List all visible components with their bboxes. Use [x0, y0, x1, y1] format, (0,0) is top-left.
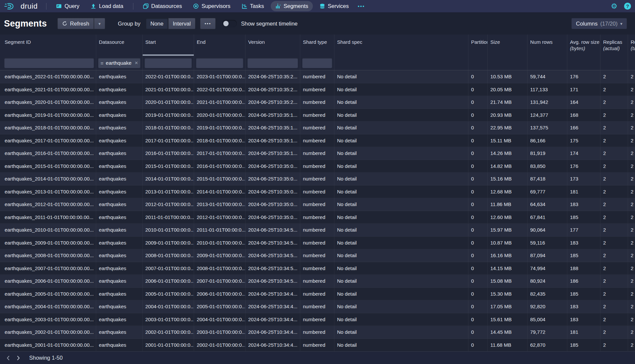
- table-row[interactable]: earthquakes_2014-01-01T00:00:00.00...ear…: [0, 173, 635, 185]
- remove-filter-icon[interactable]: ×: [135, 60, 138, 66]
- column-header-segment_id[interactable]: Segment ID: [0, 35, 96, 56]
- segments-table: Segment IDDatasourceStartEndVersionShard…: [0, 35, 635, 351]
- table-row[interactable]: earthquakes_2006-01-01T00:00:00.00...ear…: [0, 275, 635, 288]
- cell-replicas: 2: [600, 300, 628, 313]
- segment-timeline-toggle[interactable]: [222, 20, 237, 27]
- group-by-option-none[interactable]: None: [146, 18, 168, 29]
- refresh-button[interactable]: Refresh: [57, 18, 94, 29]
- cell-replication_factor: 2: [628, 237, 635, 249]
- table-row[interactable]: earthquakes_2008-01-01T00:00:00.00...ear…: [0, 249, 635, 262]
- filter-cell-partition: [468, 56, 488, 70]
- table-row[interactable]: earthquakes_2020-01-01T00:00:00.00...ear…: [0, 96, 635, 109]
- cell-shard_type: numbered: [300, 224, 334, 236]
- column-header-start[interactable]: Start: [143, 35, 194, 56]
- main-nav: QueryLoad dataDatasourcesSupervisorsTask…: [42, 1, 354, 11]
- columns-button[interactable]: Columns (17/20) ▾: [571, 18, 627, 29]
- filter-input-end[interactable]: [196, 58, 243, 68]
- cell-size: 21.74 MB: [488, 96, 528, 109]
- cell-start: 2001-01-01T00:00:0...: [143, 339, 194, 351]
- table-row[interactable]: earthquakes_2018-01-01T00:00:00.00...ear…: [0, 121, 635, 134]
- cell-shard_spec: No detail: [334, 83, 468, 96]
- cell-avg_row_size: 166: [567, 121, 600, 134]
- cell-replicas: 2: [600, 96, 628, 109]
- nav-more-button[interactable]: •••: [354, 1, 368, 11]
- druid-logo[interactable]: druid: [4, 2, 37, 11]
- table-row[interactable]: earthquakes_2015-01-01T00:00:00.00...ear…: [0, 160, 635, 173]
- toggle-knob: [223, 21, 229, 26]
- table-row[interactable]: earthquakes_2016-01-01T00:00:00.00...ear…: [0, 147, 635, 160]
- help-icon[interactable]: ?: [624, 3, 631, 10]
- table-row[interactable]: earthquakes_2010-01-01T00:00:00.00...ear…: [0, 224, 635, 237]
- table-row[interactable]: earthquakes_2001-01-01T00:00:00.00...ear…: [0, 339, 635, 352]
- filter-input-shard_type[interactable]: [302, 58, 332, 68]
- datasource-filter-chip[interactable]: =earthquake×: [98, 58, 140, 68]
- column-header-partition[interactable]: Partition: [468, 35, 488, 56]
- table-row[interactable]: earthquakes_2013-01-01T00:00:00.00...ear…: [0, 185, 635, 198]
- refresh-dropdown-button[interactable]: ▾: [94, 18, 106, 29]
- column-header-size[interactable]: Size: [488, 35, 528, 56]
- filter-input-segment_id[interactable]: [4, 58, 94, 68]
- nav-item-tasks[interactable]: Tasks: [237, 1, 269, 11]
- nav-item-label: Query: [64, 3, 79, 9]
- cell-partition: 0: [468, 211, 488, 224]
- table-row[interactable]: earthquakes_2012-01-01T00:00:00.00...ear…: [0, 198, 635, 211]
- cell-end: 2009-01-01T00:00:0...: [194, 249, 246, 262]
- table-row[interactable]: earthquakes_2007-01-01T00:00:00.00...ear…: [0, 262, 635, 275]
- nav-item-services[interactable]: Services: [315, 1, 353, 11]
- cell-size: 11.68 MB: [488, 339, 528, 351]
- table-row[interactable]: earthquakes_2019-01-01T00:00:00.00...ear…: [0, 109, 635, 122]
- cell-shard_spec: No detail: [334, 109, 468, 121]
- more-options-button[interactable]: •••: [200, 18, 216, 29]
- cell-partition: 0: [468, 300, 488, 313]
- druid-logo-icon: [4, 2, 18, 11]
- column-header-shard_spec[interactable]: Shard spec: [334, 35, 468, 56]
- column-header-datasource[interactable]: Datasource: [96, 35, 143, 56]
- cell-datasource: earthquakes: [96, 211, 143, 224]
- cell-replication_factor: 2: [628, 211, 635, 224]
- table-row[interactable]: earthquakes_2022-01-01T00:00:00.00...ear…: [0, 70, 635, 83]
- table-row[interactable]: earthquakes_2005-01-01T00:00:00.00...ear…: [0, 288, 635, 301]
- gear-icon[interactable]: ⚙: [611, 3, 617, 10]
- nav-item-load-data[interactable]: Load data: [86, 1, 128, 11]
- nav-item-datasources[interactable]: Datasources: [138, 1, 187, 11]
- column-header-end[interactable]: End: [194, 35, 246, 56]
- column-header-replication_factor[interactable]: Replication factor(target): [628, 35, 635, 56]
- table-row[interactable]: earthquakes_2021-01-01T00:00:00.00...ear…: [0, 83, 635, 96]
- cell-shard_type: numbered: [300, 185, 334, 198]
- cell-size: 10.53 MB: [488, 70, 528, 83]
- cell-partition: 0: [468, 237, 488, 249]
- filter-input-version[interactable]: [247, 58, 298, 68]
- table-row[interactable]: earthquakes_2003-01-01T00:00:00.00...ear…: [0, 313, 635, 326]
- cell-shard_type: numbered: [300, 147, 334, 160]
- cell-segment_id: earthquakes_2011-01-01T00:00:00.00...: [0, 211, 96, 224]
- cell-num_rows: 92,820: [528, 300, 567, 313]
- nav-item-query[interactable]: Query: [51, 1, 84, 11]
- next-page-button[interactable]: [13, 353, 23, 363]
- prev-page-button[interactable]: [3, 353, 13, 363]
- column-header-avg_row_size[interactable]: Avg. row size(bytes): [567, 35, 600, 56]
- filter-input-start[interactable]: [145, 58, 192, 68]
- cell-avg_row_size: 176: [567, 160, 600, 173]
- cell-partition: 0: [468, 262, 488, 275]
- cell-segment_id: earthquakes_2001-01-01T00:00:00.00...: [0, 339, 96, 351]
- group-by-option-interval[interactable]: Interval: [168, 18, 195, 29]
- nav-item-supervisors[interactable]: Supervisors: [188, 1, 235, 11]
- cell-avg_row_size: 183: [567, 237, 600, 249]
- nav-item-segments[interactable]: Segments: [271, 1, 313, 11]
- cell-partition: 0: [468, 249, 488, 262]
- table-row[interactable]: earthquakes_2004-01-01T00:00:00.00...ear…: [0, 300, 635, 313]
- cell-start: 2010-01-01T00:00:0...: [143, 224, 194, 236]
- table-row[interactable]: earthquakes_2011-01-01T00:00:00.00...ear…: [0, 211, 635, 224]
- column-header-num_rows[interactable]: Num rows: [528, 35, 567, 56]
- table-row[interactable]: earthquakes_2017-01-01T00:00:00.00...ear…: [0, 134, 635, 147]
- table-row[interactable]: earthquakes_2009-01-01T00:00:00.00...ear…: [0, 237, 635, 250]
- tasks-icon: [242, 3, 247, 9]
- table-row[interactable]: earthquakes_2002-01-01T00:00:00.00...ear…: [0, 326, 635, 339]
- column-header-shard_type[interactable]: Shard type: [300, 35, 334, 56]
- cell-segment_id: earthquakes_2002-01-01T00:00:00.00...: [0, 326, 96, 338]
- column-header-replicas[interactable]: Replicas(actual): [600, 35, 628, 56]
- caret-down-icon: ▾: [620, 21, 622, 26]
- cell-shard_spec: No detail: [334, 173, 468, 185]
- cell-replicas: 2: [600, 262, 628, 275]
- column-header-version[interactable]: Version: [246, 35, 300, 56]
